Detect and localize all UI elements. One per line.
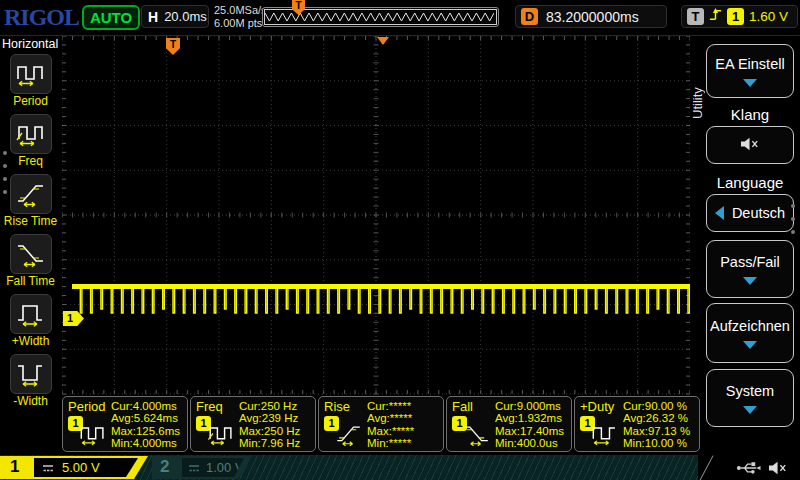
stat-value: 17.40ms: [520, 425, 564, 437]
horizontal-center-marker-icon: [377, 37, 389, 45]
stat-label: Max:: [495, 425, 520, 437]
trigger-label: T: [687, 8, 704, 25]
trigger-box: T 1 1.60 V: [681, 5, 798, 28]
stat-label: Min:: [495, 437, 517, 449]
horizontal-scale-label: H: [148, 9, 158, 25]
stat-label: Avg:: [495, 412, 518, 424]
rising-edge-icon: [709, 7, 722, 26]
stat-value: 90.00 %: [645, 400, 687, 412]
menu-button-system[interactable]: System: [706, 369, 794, 427]
right-soft-menu: Utility EA Einstell Klang Language Deuts…: [690, 36, 800, 455]
acquisition-info: 25.0MSa/s 6.00M pts: [214, 4, 267, 30]
chevron-down-icon: [743, 277, 757, 285]
menu-button-pass-fail[interactable]: Pass/Fail: [706, 240, 794, 298]
measurement-name: Fall: [452, 399, 473, 414]
language-value: Deutsch: [732, 205, 785, 221]
rise-time-icon: [15, 177, 47, 211]
top-status-bar: RIGOL AUTO H 20.0ms 25.0MSa/s 6.00M pts …: [0, 0, 800, 36]
chevron-down-icon: [743, 79, 757, 87]
left-menu-label: Rise Time: [4, 215, 57, 228]
dc-coupling-icon-dim: [188, 459, 200, 477]
stat-value: 10.00 %: [645, 437, 687, 449]
stat-label: Cur:: [111, 400, 133, 412]
left-menu-label: +Width: [12, 335, 50, 348]
usb-icon: [736, 461, 761, 479]
left-menu-label: Period: [13, 95, 48, 108]
freq-icon: [15, 117, 47, 151]
trigger-source-badge: 1: [727, 8, 744, 25]
stat-label: Cur:: [239, 400, 261, 412]
period-icon: [15, 57, 47, 91]
stat-value: 26.32 %: [646, 412, 688, 424]
pwidth-icon: [15, 297, 47, 331]
stat-value: 1.932ms: [518, 412, 562, 424]
channel-2-badge[interactable]: 2 1.00 V: [152, 456, 252, 479]
delay-label: D: [521, 8, 538, 25]
left-menu-item-period[interactable]: Period: [0, 54, 61, 108]
measurement-name: +Duty: [580, 399, 614, 414]
stat-label: Max:: [623, 425, 648, 437]
measurement-box-period: Period 1 Cur:4.000ms Avg:5.624ms Max:125…: [62, 396, 188, 452]
dc-coupling-icon: [42, 459, 54, 477]
menu-tab-utility: Utility: [690, 60, 706, 146]
graticule: T 1 T: [62, 36, 690, 395]
channel-number: 2: [160, 457, 169, 477]
stat-value: 7.96 Hz: [261, 437, 301, 449]
delay-box: D 83.2000000ms: [515, 5, 667, 28]
oscilloscope-screen: RIGOL AUTO H 20.0ms 25.0MSa/s 6.00M pts …: [0, 0, 800, 480]
stat-label: Max:: [111, 425, 136, 437]
stat-value: *****: [389, 400, 411, 412]
menu-section-klang: Klang: [706, 106, 794, 123]
menu-button-ea-einstell[interactable]: EA Einstell: [706, 44, 794, 98]
stat-label: Cur:: [495, 400, 517, 412]
memory-depth: 6.00M pts: [214, 17, 267, 30]
stat-label: Min:: [111, 437, 133, 449]
channel-scale: 5.00 V: [62, 460, 100, 475]
chevron-left-icon: [715, 206, 724, 220]
stat-value: *****: [389, 437, 411, 449]
separator: [699, 455, 713, 480]
right-menu-scroll-dots: [791, 204, 795, 234]
menu-section-language: Language: [706, 174, 794, 191]
stat-value: *****: [390, 412, 412, 424]
stat-label: Max:: [367, 425, 392, 437]
left-menu-item-pwidth[interactable]: +Width: [0, 294, 61, 348]
stat-value: 250 Hz: [264, 425, 300, 437]
left-menu-scroll-dots: [3, 151, 7, 194]
rise-time-icon: [332, 419, 366, 450]
duty-icon: [588, 419, 622, 450]
nwidth-icon: [15, 357, 47, 391]
left-menu-item-freq[interactable]: Freq: [0, 114, 61, 168]
channel-1-badge[interactable]: 1 5.00 V: [0, 456, 148, 479]
horizontal-scale-value: 20.0ms: [164, 9, 207, 24]
menu-button-label: System: [726, 383, 774, 399]
stat-label: Cur:: [367, 400, 389, 412]
stat-label: Min:: [367, 437, 389, 449]
delay-value: 83.2000000ms: [546, 9, 639, 25]
stat-label: Max:: [239, 425, 264, 437]
sample-rate: 25.0MSa/s: [214, 4, 267, 17]
menu-button-aufzeichnen[interactable]: Aufzeichnen: [706, 303, 794, 363]
left-menu-item-nwidth[interactable]: -Width: [0, 354, 61, 408]
menu-button-language[interactable]: Deutsch: [706, 194, 794, 232]
measurement-box-rise: Rise 1 Cur:***** Avg:***** Max:***** Min…: [318, 396, 444, 452]
speaker-muted-icon: [740, 137, 761, 154]
menu-button-label: EA Einstell: [715, 56, 784, 72]
stat-label: Avg:: [367, 412, 390, 424]
measurement-box-fall: Fall 1 Cur:9.000ms Avg:1.932ms Max:17.40…: [446, 396, 572, 452]
stat-label: Min:: [239, 437, 261, 449]
left-menu-item-fall-time[interactable]: Fall Time: [0, 234, 61, 288]
stat-label: Avg:: [623, 412, 646, 424]
menu-button-sound[interactable]: [706, 126, 794, 164]
measurement-name: Freq: [196, 399, 223, 414]
measurement-name: Rise: [324, 399, 350, 414]
stat-label: Cur:: [623, 400, 645, 412]
brand-logo: RIGOL: [4, 4, 79, 31]
stat-value: 239 Hz: [262, 412, 298, 424]
stat-value: 250 Hz: [261, 400, 297, 412]
channel-scale: 1.00 V: [206, 460, 244, 475]
left-menu-item-rise-time[interactable]: Rise Time: [0, 174, 61, 228]
speaker-muted-icon: [768, 461, 789, 479]
stat-value: 4.000ms: [133, 400, 177, 412]
stat-label: Avg:: [111, 412, 134, 424]
